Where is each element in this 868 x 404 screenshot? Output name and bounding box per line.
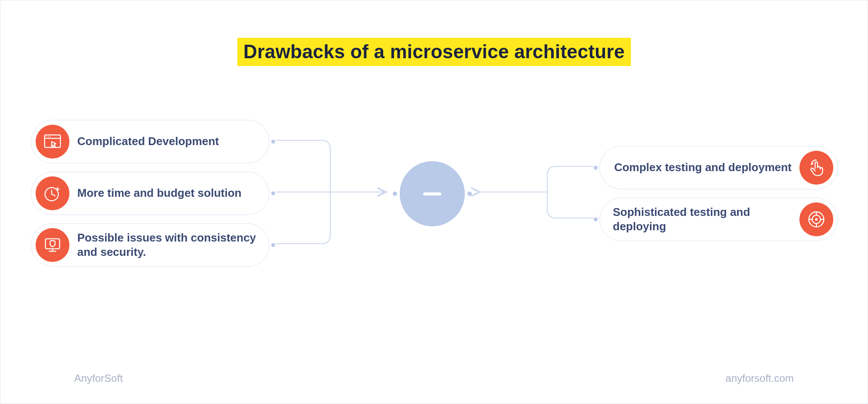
drawback-label: Possible issues with consistency and sec… [77,231,256,260]
drawback-label: Complex testing and deployment [614,160,792,175]
drawback-item-left-0: Complicated Development [31,120,270,163]
svg-point-6 [49,136,50,137]
diagram-title-wrap: Drawbacks of a microservice architecture [237,38,631,66]
diagram-title: Drawbacks of a microservice architecture [237,38,631,66]
center-dot-right [467,192,472,196]
drawback-item-left-1: More time and budget solution [31,172,270,215]
center-minus-node [400,161,465,226]
touch-gesture-icon [799,151,833,185]
connector-dot [594,218,598,222]
drawback-item-right-1: Sophisticated testing and deploying [599,198,838,241]
drawback-label: More time and budget solution [77,186,241,200]
svg-point-4 [46,136,47,137]
center-dot-left [393,192,397,196]
drawback-item-right-0: Complex testing and deployment [599,146,838,189]
drawback-item-left-2: Possible issues with consistency and sec… [31,223,270,267]
connector-dot [271,243,275,247]
connector-dot [271,140,275,144]
minus-icon [423,192,441,195]
vault-target-icon [799,202,833,236]
clock-plus-icon [36,176,69,210]
footer-brand: AnyforSoft [74,372,123,384]
connector-dot [271,192,275,195]
drawback-label: Sophisticated testing and deploying [613,205,792,234]
footer-site: anyforsoft.com [726,372,794,384]
monitor-shield-icon [36,228,69,262]
svg-point-15 [815,218,818,221]
browser-cursor-icon [36,125,69,159]
connector-dot [594,166,598,170]
svg-point-5 [48,136,49,137]
drawback-label: Complicated Development [77,134,219,149]
